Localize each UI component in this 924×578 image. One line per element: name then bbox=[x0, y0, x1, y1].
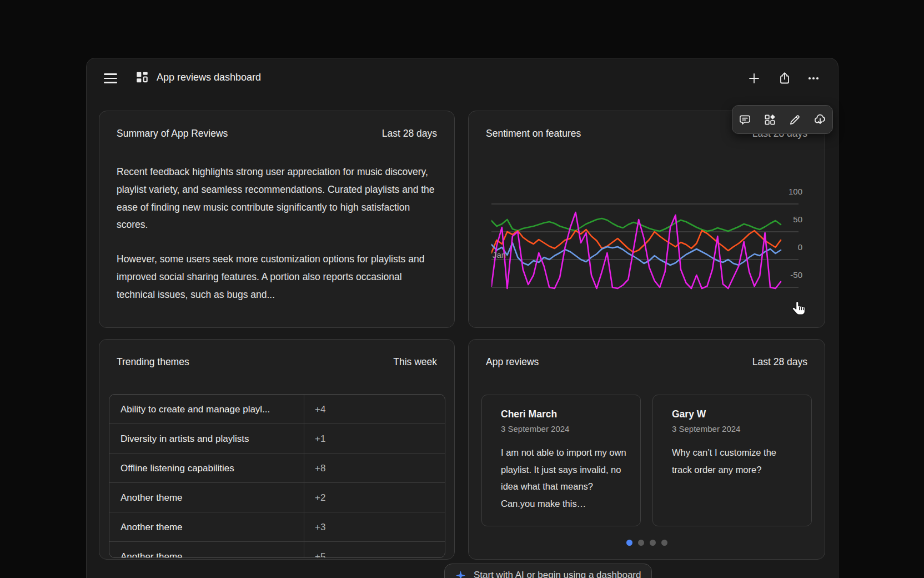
trending-themes-card: Trending themes This week Ability to cre… bbox=[99, 339, 455, 560]
reviewer-name: Gary W bbox=[672, 408, 706, 420]
table-row[interactable]: Diversity in artists and playlists +1 bbox=[109, 424, 445, 454]
svg-text:0: 0 bbox=[798, 242, 802, 252]
theme-label: Diversity in artists and playlists bbox=[120, 424, 249, 454]
svg-text:100: 100 bbox=[789, 187, 802, 196]
review-text: I am not able to import my own playlist.… bbox=[501, 444, 626, 512]
review-item[interactable]: Cheri March 3 September 2024 I am not ab… bbox=[481, 395, 641, 526]
summary-text: Recent feedback highlights strong user a… bbox=[117, 163, 442, 321]
series-blue bbox=[491, 243, 781, 265]
pagination-dot[interactable] bbox=[661, 540, 667, 546]
ai-popup-text: Start with AI or begin using a dashboard bbox=[474, 570, 641, 578]
table-row[interactable]: Ability to create and manage playl... +4 bbox=[109, 395, 445, 424]
sentiment-card: Sentiment on features Last 28 days 10050… bbox=[468, 111, 825, 328]
reviews-card-title: App reviews bbox=[486, 356, 539, 368]
theme-label: Another theme bbox=[120, 542, 183, 558]
app-reviews-card: App reviews Last 28 days Cheri March 3 S… bbox=[468, 339, 825, 560]
more-options-icon[interactable] bbox=[804, 69, 823, 88]
review-item[interactable]: Gary W 3 September 2024 Why can’t I cust… bbox=[652, 395, 812, 526]
theme-label: Another theme bbox=[120, 512, 183, 542]
x-axis-label: Jan bbox=[493, 250, 506, 260]
theme-label: Offline listening capabilities bbox=[120, 454, 234, 483]
table-row[interactable]: Another theme +5 bbox=[109, 542, 445, 558]
summary-card-title: Summary of App Reviews bbox=[117, 128, 228, 139]
theme-label: Another theme bbox=[120, 483, 183, 512]
theme-delta: +3 bbox=[315, 512, 325, 542]
dashboard-logo-icon bbox=[135, 70, 149, 84]
window-header: App reviews dashboard bbox=[86, 66, 837, 92]
pagination-dot[interactable] bbox=[626, 540, 632, 546]
theme-delta: +4 bbox=[315, 395, 325, 424]
pagination-dot[interactable] bbox=[650, 540, 656, 546]
page-title: App reviews dashboard bbox=[157, 67, 261, 87]
reviewer-name: Cheri March bbox=[501, 408, 557, 420]
trending-card-title: Trending themes bbox=[117, 356, 189, 368]
table-row[interactable]: Another theme +2 bbox=[109, 483, 445, 512]
edit-icon[interactable] bbox=[787, 111, 804, 128]
widgets-icon[interactable] bbox=[762, 111, 779, 128]
pagination-dot[interactable] bbox=[638, 540, 644, 546]
reviews-period-selector[interactable]: Last 28 days bbox=[752, 356, 807, 368]
theme-delta: +5 bbox=[315, 542, 325, 558]
ai-assistant-popup[interactable]: Start with AI or begin using a dashboard bbox=[444, 564, 652, 578]
widget-toolbar bbox=[732, 105, 833, 134]
trending-table: Ability to create and manage playl... +4… bbox=[109, 394, 445, 558]
review-date: 3 September 2024 bbox=[501, 424, 569, 434]
theme-delta: +1 bbox=[315, 424, 325, 454]
sparkle-icon bbox=[456, 571, 465, 578]
add-button[interactable] bbox=[745, 69, 764, 88]
summary-period-selector[interactable]: Last 28 days bbox=[382, 128, 437, 139]
share-icon[interactable] bbox=[775, 69, 794, 88]
series-green bbox=[491, 218, 781, 231]
theme-delta: +2 bbox=[315, 483, 325, 512]
table-row[interactable]: Another theme +3 bbox=[109, 512, 445, 542]
sentiment-chart: 100500-50Jan bbox=[491, 184, 813, 298]
screen: App reviews dashboard Summary of App Rev… bbox=[0, 0, 924, 578]
theme-label: Ability to create and manage playl... bbox=[120, 395, 270, 424]
pagination-dots bbox=[469, 540, 825, 546]
comment-icon[interactable] bbox=[737, 111, 754, 128]
download-cloud-icon[interactable] bbox=[812, 111, 828, 128]
table-row[interactable]: Offline listening capabilities +8 bbox=[109, 454, 445, 483]
review-date: 3 September 2024 bbox=[672, 424, 740, 434]
summary-card: Summary of App Reviews Last 28 days Rece… bbox=[99, 111, 455, 328]
sentiment-card-title: Sentiment on features bbox=[486, 128, 581, 139]
review-text: Why can’t I customize the track order an… bbox=[672, 444, 797, 478]
menu-icon[interactable] bbox=[103, 71, 118, 86]
trending-period-selector[interactable]: This week bbox=[393, 356, 437, 368]
theme-delta: +8 bbox=[315, 454, 325, 483]
svg-text:-50: -50 bbox=[790, 270, 802, 280]
svg-text:50: 50 bbox=[793, 215, 802, 224]
